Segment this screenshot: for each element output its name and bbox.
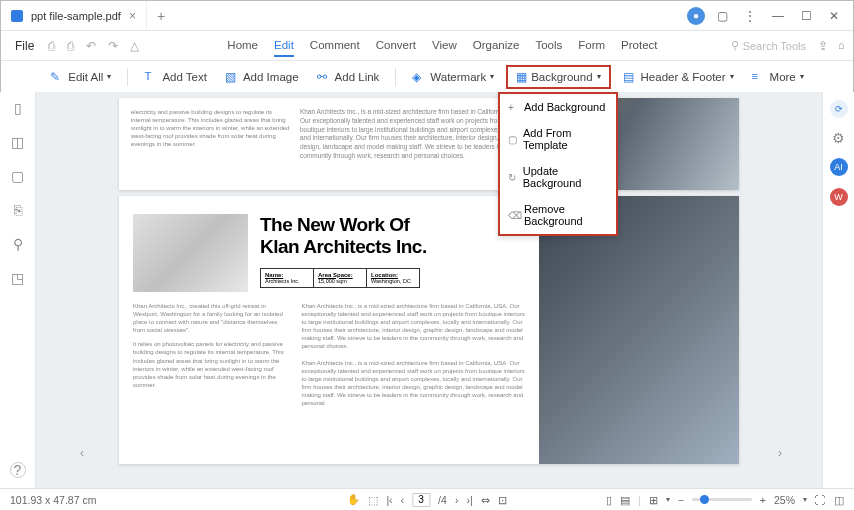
- home-icon[interactable]: ⌂: [838, 39, 845, 53]
- document-tab[interactable]: ppt file-sample.pdf ×: [1, 1, 147, 31]
- menu-tabs: Home Edit Comment Convert View Organize …: [227, 35, 657, 57]
- p2-main-2: Khan Architects Inc., is a mid-sized arc…: [301, 359, 525, 408]
- last-page-icon[interactable]: ›|: [466, 494, 472, 506]
- statusbar: 101.93 x 47.87 cm ✋ ⬚ |‹ ‹ /4 › ›| ⇔ ⊡ ▯…: [0, 488, 854, 510]
- fit-width-icon[interactable]: ⇔: [481, 494, 490, 506]
- tab-edit[interactable]: Edit: [274, 35, 294, 57]
- p2-main-1: Khan Architects Inc., is a mid-sized arc…: [301, 302, 525, 351]
- save-icon[interactable]: ⎙: [48, 39, 55, 53]
- workspace: ▯ ◫ ▢ ⎘ ⚲ ◳ ? electricity and passive bu…: [0, 92, 854, 488]
- tab-form[interactable]: Form: [578, 35, 605, 57]
- right-sidebar: ⟳ ⚙ AI W: [822, 92, 854, 488]
- rs-icon-1[interactable]: ⟳: [830, 100, 848, 118]
- undo-icon[interactable]: ↶: [86, 39, 96, 53]
- tab-organize[interactable]: Organize: [473, 35, 520, 57]
- new-tab-button[interactable]: +: [147, 8, 175, 24]
- edit-toolbar: ✎Edit All▾ TAdd Text ▧Add Image ⚯Add Lin…: [1, 61, 853, 93]
- search-icon: ⚲: [731, 39, 739, 52]
- header-footer-button[interactable]: ▤Header & Footer▾: [617, 66, 740, 88]
- search-panel-icon[interactable]: ⚲: [13, 236, 23, 252]
- share-icon[interactable]: △: [130, 39, 139, 53]
- add-background-item[interactable]: +Add Background: [500, 94, 616, 120]
- zoom-slider[interactable]: [692, 498, 752, 501]
- pdf-icon: [11, 10, 23, 22]
- fit-page-icon[interactable]: ⊡: [498, 494, 507, 506]
- view-mode-2-icon[interactable]: ▤: [620, 494, 630, 506]
- user-avatar[interactable]: ●: [687, 7, 705, 25]
- left-sidebar: ▯ ◫ ▢ ⎘ ⚲ ◳ ?: [0, 92, 36, 488]
- remove-background-item[interactable]: ⌫Remove Background: [500, 196, 616, 234]
- select-tool-icon[interactable]: ⬚: [368, 494, 378, 506]
- menubar: File ⎙ ⎙ ↶ ↷ △ Home Edit Comment Convert…: [1, 31, 853, 61]
- first-page-icon[interactable]: |‹: [386, 494, 392, 506]
- zoom-in-icon[interactable]: +: [760, 494, 766, 506]
- read-mode-icon[interactable]: ⊞: [649, 494, 658, 506]
- zoom-out-icon[interactable]: −: [678, 494, 684, 506]
- page-main: The New Work Of Klan Architects Inc. Nam…: [119, 196, 739, 464]
- next-page-icon[interactable]: ›: [455, 494, 459, 506]
- document-canvas[interactable]: electricity and passive building designs…: [36, 92, 822, 488]
- add-image-button[interactable]: ▧Add Image: [219, 66, 305, 88]
- ai-icon[interactable]: AI: [830, 158, 848, 176]
- close-window-button[interactable]: ✕: [823, 5, 845, 27]
- search-tools[interactable]: ⚲ Search Tools: [731, 39, 806, 52]
- page-dimensions: 101.93 x 47.87 cm: [10, 494, 96, 506]
- building-image-right: [539, 196, 739, 464]
- layout-icon[interactable]: ◫: [834, 494, 844, 506]
- update-background-item[interactable]: ↻Update Background: [500, 158, 616, 196]
- page-text-col1: electricity and passive building designs…: [131, 108, 290, 180]
- rs-icon-3[interactable]: W: [830, 188, 848, 206]
- prev-page-icon[interactable]: ‹: [401, 494, 405, 506]
- help-icon[interactable]: ?: [10, 462, 26, 478]
- edit-all-button[interactable]: ✎Edit All▾: [44, 66, 117, 88]
- fullscreen-icon[interactable]: ⛶: [815, 494, 826, 506]
- watermark-button[interactable]: ◈Watermark▾: [406, 66, 500, 88]
- background-dropdown: +Add Background ▢Add From Template ↻Upda…: [498, 92, 618, 236]
- view-mode-1-icon[interactable]: ▯: [606, 494, 612, 506]
- close-tab-icon[interactable]: ×: [129, 9, 136, 23]
- chat-icon[interactable]: ▢: [711, 5, 733, 27]
- hand-tool-icon[interactable]: ✋: [347, 493, 360, 506]
- doc-title-2: Klan Architects Inc.: [260, 236, 525, 258]
- print-icon[interactable]: ⎙: [67, 39, 74, 53]
- more-button[interactable]: ≡More▾: [746, 66, 810, 88]
- bookmark-icon[interactable]: ◫: [11, 134, 24, 150]
- total-pages: /4: [438, 494, 447, 506]
- tab-comment[interactable]: Comment: [310, 35, 360, 57]
- p2-col-a: Khan Architects Inc., created this off-g…: [133, 302, 289, 334]
- page-number-input[interactable]: [412, 493, 430, 507]
- doc-title-1: The New Work Of: [260, 214, 525, 236]
- add-from-template-item[interactable]: ▢Add From Template: [500, 120, 616, 158]
- tab-title: ppt file-sample.pdf: [31, 10, 121, 22]
- scroll-left-icon[interactable]: ‹: [80, 446, 84, 460]
- attachment-icon[interactable]: ⎘: [14, 202, 22, 218]
- svg-rect-0: [11, 10, 23, 22]
- page-text-main: Khan Architects Inc., is a mid-sized arc…: [300, 108, 527, 180]
- tab-tools[interactable]: Tools: [535, 35, 562, 57]
- page-fragment-top: electricity and passive building designs…: [119, 98, 739, 190]
- add-text-button[interactable]: TAdd Text: [138, 66, 213, 88]
- scroll-right-icon[interactable]: ›: [778, 446, 782, 460]
- settings-icon[interactable]: ⚙: [832, 130, 845, 146]
- thumbnail-icon[interactable]: ▯: [14, 100, 22, 116]
- maximize-button[interactable]: ☐: [795, 5, 817, 27]
- add-link-button[interactable]: ⚯Add Link: [311, 66, 386, 88]
- tab-convert[interactable]: Convert: [376, 35, 416, 57]
- background-button[interactable]: ▦Background▾: [506, 65, 610, 89]
- layers-icon[interactable]: ◳: [11, 270, 24, 286]
- kebab-menu-icon[interactable]: ⋮: [739, 5, 761, 27]
- info-table: Name:Architects Inc. Area Space:15,000 s…: [260, 268, 420, 288]
- tab-protect[interactable]: Protect: [621, 35, 657, 57]
- comment-panel-icon[interactable]: ▢: [11, 168, 24, 184]
- titlebar: ppt file-sample.pdf × + ● ▢ ⋮ — ☐ ✕: [1, 1, 853, 31]
- building-image-1: [133, 214, 248, 292]
- tab-home[interactable]: Home: [227, 35, 258, 57]
- file-menu[interactable]: File: [9, 39, 40, 53]
- redo-icon[interactable]: ↷: [108, 39, 118, 53]
- minimize-button[interactable]: —: [767, 5, 789, 27]
- zoom-value: 25%: [774, 494, 795, 506]
- upload-icon[interactable]: ⇪: [818, 39, 828, 53]
- tab-view[interactable]: View: [432, 35, 457, 57]
- p2-col-b: It relies on photovoltaic panels for ele…: [133, 340, 289, 389]
